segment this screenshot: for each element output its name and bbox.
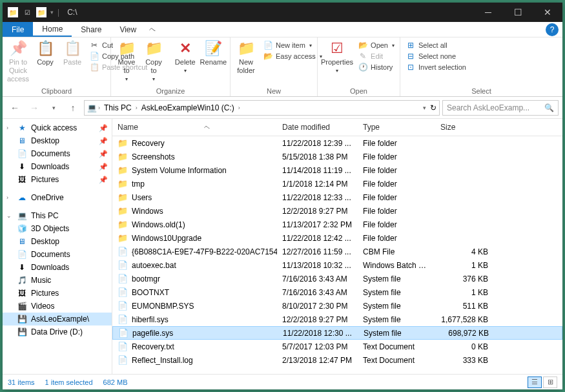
select-none-button[interactable]: ⊟Select none xyxy=(403,51,469,61)
easy-access-button[interactable]: 📂Easy access▾ xyxy=(260,51,325,61)
copy-to-button[interactable]: 📁Copy to▾ xyxy=(141,39,167,84)
chevron-down-icon[interactable]: ⌄ xyxy=(6,212,13,219)
file-row[interactable]: 📄bootmgr7/16/2016 3:43 AMSystem file376 … xyxy=(112,272,562,285)
tree-documents-2[interactable]: 📄Documents xyxy=(3,248,112,261)
tree-downloads[interactable]: ⬇Downloads📌 xyxy=(3,160,112,173)
file-row[interactable]: 📁Users11/22/2018 12:33 ...File folder xyxy=(112,191,562,204)
properties-button[interactable]: ☑Properties▾ xyxy=(320,39,354,76)
qat-new-folder-icon[interactable]: 📁 xyxy=(36,7,46,17)
tree-pictures-2[interactable]: 🖼Pictures xyxy=(3,287,112,300)
copy-button[interactable]: 📋Copy xyxy=(32,39,58,68)
ribbon-tabs: File Home Share View ヘ ? xyxy=(3,22,562,37)
column-type[interactable]: Type xyxy=(358,119,435,136)
status-bar: 31 items 1 item selected 682 MB ☰ ⊞ xyxy=(3,374,562,389)
file-row[interactable]: 📁Windows12/2/2018 9:27 PMFile folder xyxy=(112,204,562,218)
view-tab[interactable]: View xyxy=(110,22,145,37)
tree-quick-access[interactable]: ›★Quick access📌 xyxy=(3,121,112,134)
tree-pictures[interactable]: 🖼Pictures📌 xyxy=(3,173,112,186)
minimize-button[interactable]: ─ xyxy=(473,3,503,22)
tree-documents[interactable]: 📄Documents📌 xyxy=(3,147,112,160)
forward-button[interactable]: → xyxy=(26,99,43,116)
folder-icon: 📁 xyxy=(118,152,128,161)
new-folder-button[interactable]: 📁New folder xyxy=(233,39,259,76)
file-row[interactable]: 📄EUMONBMP.SYS8/10/2017 2:30 PMSystem fil… xyxy=(112,299,562,313)
up-button[interactable]: ↑ xyxy=(65,99,81,116)
file-row[interactable]: 📁Recovery11/22/2018 12:39 ...File folder xyxy=(112,136,562,150)
help-button[interactable]: ? xyxy=(546,23,559,36)
delete-button[interactable]: ✕Delete▾ xyxy=(172,39,198,76)
rename-button[interactable]: 📝Rename xyxy=(200,39,227,68)
file-row[interactable]: 📄hiberfil.sys12/2/2018 9:27 PMSystem fil… xyxy=(112,313,562,326)
minimize-ribbon-icon[interactable]: ヘ xyxy=(145,25,159,34)
home-tab[interactable]: Home xyxy=(33,22,72,37)
maximize-button[interactable]: ☐ xyxy=(503,3,533,22)
chevron-right-icon[interactable]: › xyxy=(6,194,13,201)
file-name: System Volume Information xyxy=(132,166,227,175)
file-row[interactable]: 📄Recovery.txt5/7/2017 12:03 PMText Docum… xyxy=(112,340,562,353)
documents-icon: 📄 xyxy=(17,149,27,158)
file-date: 11/22/2018 12:39 ... xyxy=(277,139,358,148)
breadcrumb-this-pc[interactable]: This PC xyxy=(101,103,134,112)
chevron-right-icon[interactable]: › xyxy=(98,105,100,111)
file-row[interactable]: 📁Screenshots5/15/2018 1:38 PMFile folder xyxy=(112,150,562,163)
breadcrumb[interactable]: 💻 › This PC › AskLeoExampleWin10 (C:) › … xyxy=(84,100,440,116)
column-date[interactable]: Date modified xyxy=(277,119,358,136)
tree-desktop[interactable]: 🖥Desktop📌 xyxy=(3,134,112,147)
paste-button[interactable]: 📋Paste xyxy=(59,39,85,68)
file-row[interactable]: 📁Windows10Upgrade11/22/2018 12:42 ...Fil… xyxy=(112,231,562,245)
column-name[interactable]: Nameヘ xyxy=(112,119,277,136)
new-item-button[interactable]: 📄New item▾ xyxy=(260,40,325,50)
chevron-right-icon[interactable]: › xyxy=(136,105,138,111)
recent-dropdown-icon[interactable]: ▾ xyxy=(45,99,62,116)
refresh-button[interactable]: ↻ xyxy=(430,103,437,112)
open-group-label: Open xyxy=(320,86,397,96)
paste-shortcut-button[interactable]: 📋Paste shortcut xyxy=(87,62,150,72)
qat-dropdown-icon[interactable]: ▾ xyxy=(50,9,54,15)
file-row[interactable]: 📄autoexec.bat11/13/2018 10:32 ...Windows… xyxy=(112,258,562,272)
icons-view-button[interactable]: ⊞ xyxy=(543,377,557,388)
move-to-button[interactable]: 📁Move to▾ xyxy=(114,39,139,84)
file-row[interactable]: 📁tmp1/1/2018 12:14 PMFile folder xyxy=(112,177,562,191)
back-button[interactable]: ← xyxy=(6,99,23,116)
address-dropdown-icon[interactable]: ▾ xyxy=(423,105,426,111)
file-row[interactable]: 📄BOOTNXT7/16/2016 3:43 AMSystem file1 KB xyxy=(112,285,562,299)
chevron-right-icon[interactable]: › xyxy=(6,125,13,131)
file-type: File folder xyxy=(358,180,435,189)
breadcrumb-drive-c[interactable]: AskLeoExampleWin10 (C:) xyxy=(139,103,237,112)
tree-music[interactable]: 🎵Music xyxy=(3,274,112,287)
invert-selection-button[interactable]: ⊡Invert selection xyxy=(403,62,469,72)
tree-onedrive[interactable]: ›☁OneDrive xyxy=(3,191,112,204)
file-row[interactable]: 📁System Volume Information11/14/2018 11:… xyxy=(112,163,562,177)
file-row[interactable]: 📁Windows.old(1)11/13/2017 2:32 PMFile fo… xyxy=(112,218,562,231)
share-tab[interactable]: Share xyxy=(72,22,110,37)
status-selection-size: 682 MB xyxy=(103,378,128,386)
tree-3d-objects[interactable]: 🧊3D Objects xyxy=(3,222,112,235)
details-view-button[interactable]: ☰ xyxy=(528,377,542,388)
tree-desktop-2[interactable]: 🖥Desktop xyxy=(3,235,112,248)
file-row[interactable]: 📄{6B088C1A-E9E7-47F9-B222-020AC7154B...1… xyxy=(112,245,562,258)
edit-icon: ✎ xyxy=(358,52,368,61)
desktop-icon: 🖥 xyxy=(17,136,27,145)
tree-this-pc[interactable]: ⌄💻This PC xyxy=(3,209,112,222)
status-selection-count: 1 item selected xyxy=(45,378,93,386)
column-size[interactable]: Size xyxy=(435,119,493,136)
search-input[interactable]: Search AskLeoExamp... 🔍 xyxy=(442,100,559,116)
close-button[interactable]: ✕ xyxy=(533,3,562,22)
tree-drive-d[interactable]: 💾Data Drive (D:) xyxy=(3,325,112,338)
file-date: 2/13/2018 12:47 PM xyxy=(277,356,358,365)
file-size: 1,677,528 KB xyxy=(435,315,493,324)
tree-downloads-2[interactable]: ⬇Downloads xyxy=(3,261,112,274)
tree-videos[interactable]: 🎬Videos xyxy=(3,300,112,313)
qat-properties-icon[interactable]: ☑ xyxy=(22,7,32,17)
file-tab[interactable]: File xyxy=(3,22,33,37)
pin-quick-access-button[interactable]: 📌Pin to Quick access xyxy=(5,39,31,85)
file-row[interactable]: 📄pagefile.sys11/22/2018 12:30 ...System … xyxy=(112,326,562,340)
file-row[interactable]: 📄Reflect_Install.log2/13/2018 12:47 PMTe… xyxy=(112,353,562,367)
tree-drive-c[interactable]: 💾AskLeoExample\ xyxy=(3,313,112,325)
delete-icon: ✕ xyxy=(180,40,191,57)
edit-button[interactable]: ✎Edit xyxy=(355,51,397,61)
select-all-button[interactable]: ⊞Select all xyxy=(403,40,469,50)
open-button[interactable]: 📂Open▾ xyxy=(355,40,397,50)
history-button[interactable]: 🕐History xyxy=(355,62,397,72)
chevron-right-icon[interactable]: › xyxy=(238,105,240,111)
